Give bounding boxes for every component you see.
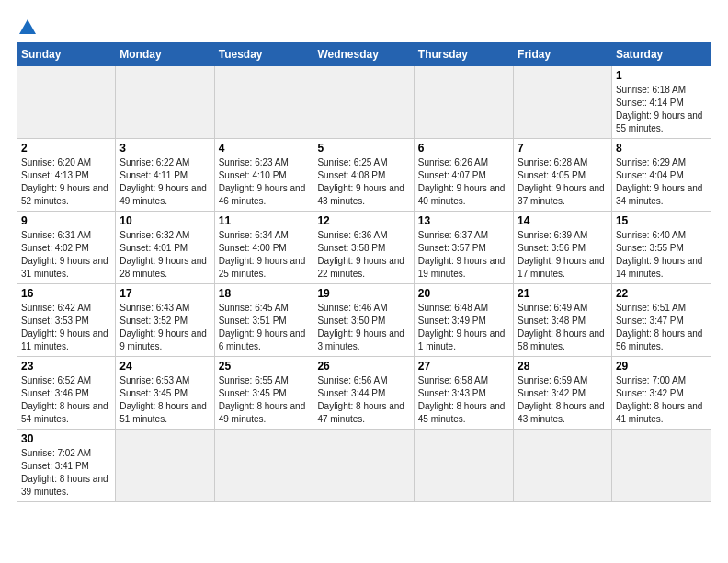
day-info: Sunrise: 6:48 AM Sunset: 3:49 PM Dayligh… [418, 302, 509, 353]
calendar-header-saturday: Saturday [611, 43, 711, 66]
calendar-cell [313, 430, 414, 502]
day-number: 8 [616, 142, 707, 155]
day-number: 15 [616, 214, 707, 227]
day-info: Sunrise: 6:26 AM Sunset: 4:07 PM Dayligh… [418, 156, 509, 208]
day-number: 1 [616, 69, 707, 82]
day-info: Sunrise: 6:18 AM Sunset: 4:14 PM Dayligh… [616, 84, 707, 135]
day-number: 14 [518, 214, 608, 227]
calendar-cell: 2Sunrise: 6:20 AM Sunset: 4:13 PM Daylig… [17, 139, 116, 212]
day-number: 13 [418, 214, 509, 227]
day-info: Sunrise: 6:58 AM Sunset: 3:43 PM Dayligh… [418, 374, 509, 426]
calendar-cell [116, 66, 214, 139]
logo-triangle-icon [19, 19, 36, 34]
day-number: 20 [418, 287, 509, 300]
day-number: 9 [21, 214, 111, 227]
day-info: Sunrise: 6:55 AM Sunset: 3:45 PM Dayligh… [219, 374, 310, 426]
calendar-cell [414, 66, 513, 139]
day-info: Sunrise: 6:56 AM Sunset: 3:44 PM Dayligh… [317, 374, 409, 426]
calendar-week-1: 2Sunrise: 6:20 AM Sunset: 4:13 PM Daylig… [17, 139, 711, 212]
calendar-cell: 12Sunrise: 6:36 AM Sunset: 3:58 PM Dayli… [313, 212, 414, 284]
calendar-week-5: 30Sunrise: 7:02 AM Sunset: 3:41 PM Dayli… [17, 430, 711, 502]
day-number: 17 [119, 287, 210, 300]
calendar-cell [214, 430, 313, 502]
calendar-cell: 19Sunrise: 6:46 AM Sunset: 3:50 PM Dayli… [313, 284, 414, 357]
calendar-cell: 17Sunrise: 6:43 AM Sunset: 3:52 PM Dayli… [116, 284, 214, 357]
day-number: 22 [616, 287, 707, 300]
day-info: Sunrise: 7:02 AM Sunset: 3:41 PM Dayligh… [21, 447, 111, 499]
day-info: Sunrise: 6:34 AM Sunset: 4:00 PM Dayligh… [219, 229, 310, 281]
calendar-cell: 9Sunrise: 6:31 AM Sunset: 4:02 PM Daylig… [17, 212, 116, 284]
day-number: 25 [219, 360, 310, 373]
day-number: 16 [21, 287, 111, 300]
day-number: 23 [21, 360, 111, 373]
calendar-cell [313, 66, 414, 139]
day-number: 21 [518, 287, 608, 300]
calendar-cell: 11Sunrise: 6:34 AM Sunset: 4:00 PM Dayli… [214, 212, 313, 284]
day-number: 19 [317, 287, 409, 300]
calendar-cell: 13Sunrise: 6:37 AM Sunset: 3:57 PM Dayli… [414, 212, 513, 284]
day-info: Sunrise: 6:51 AM Sunset: 3:47 PM Dayligh… [616, 302, 707, 353]
day-number: 24 [119, 360, 210, 373]
day-info: Sunrise: 6:28 AM Sunset: 4:05 PM Dayligh… [518, 156, 608, 208]
day-number: 3 [119, 142, 210, 155]
day-info: Sunrise: 6:23 AM Sunset: 4:10 PM Dayligh… [219, 156, 310, 208]
calendar-week-0: 1Sunrise: 6:18 AM Sunset: 4:14 PM Daylig… [17, 66, 711, 139]
day-info: Sunrise: 6:36 AM Sunset: 3:58 PM Dayligh… [317, 229, 409, 281]
day-info: Sunrise: 6:43 AM Sunset: 3:52 PM Dayligh… [119, 302, 210, 353]
calendar-week-3: 16Sunrise: 6:42 AM Sunset: 3:53 PM Dayli… [17, 284, 711, 357]
calendar-header-wednesday: Wednesday [313, 43, 414, 66]
calendar-cell: 18Sunrise: 6:45 AM Sunset: 3:51 PM Dayli… [214, 284, 313, 357]
day-number: 6 [418, 142, 509, 155]
calendar-cell: 20Sunrise: 6:48 AM Sunset: 3:49 PM Dayli… [414, 284, 513, 357]
day-info: Sunrise: 6:31 AM Sunset: 4:02 PM Dayligh… [21, 229, 111, 281]
day-info: Sunrise: 6:45 AM Sunset: 3:51 PM Dayligh… [219, 302, 310, 353]
calendar-cell: 22Sunrise: 6:51 AM Sunset: 3:47 PM Dayli… [611, 284, 711, 357]
day-info: Sunrise: 6:32 AM Sunset: 4:01 PM Dayligh… [119, 229, 210, 281]
calendar-cell: 10Sunrise: 6:32 AM Sunset: 4:01 PM Dayli… [116, 212, 214, 284]
day-number: 10 [119, 214, 210, 227]
day-number: 26 [317, 360, 409, 373]
calendar-header-sunday: Sunday [17, 43, 116, 66]
day-number: 18 [219, 287, 310, 300]
day-number: 30 [21, 432, 111, 445]
day-number: 7 [518, 142, 608, 155]
day-info: Sunrise: 6:22 AM Sunset: 4:11 PM Dayligh… [119, 156, 210, 208]
calendar-cell: 5Sunrise: 6:25 AM Sunset: 4:08 PM Daylig… [313, 139, 414, 212]
calendar-cell [116, 430, 214, 502]
calendar-cell: 28Sunrise: 6:59 AM Sunset: 3:42 PM Dayli… [514, 357, 612, 430]
calendar-week-4: 23Sunrise: 6:52 AM Sunset: 3:46 PM Dayli… [17, 357, 711, 430]
day-info: Sunrise: 6:53 AM Sunset: 3:45 PM Dayligh… [119, 374, 210, 426]
calendar-cell: 16Sunrise: 6:42 AM Sunset: 3:53 PM Dayli… [17, 284, 116, 357]
calendar-header-tuesday: Tuesday [214, 43, 313, 66]
day-number: 5 [317, 142, 409, 155]
day-info: Sunrise: 6:20 AM Sunset: 4:13 PM Dayligh… [21, 156, 111, 208]
calendar-header-monday: Monday [116, 43, 214, 66]
calendar-cell: 25Sunrise: 6:55 AM Sunset: 3:45 PM Dayli… [214, 357, 313, 430]
day-number: 28 [518, 360, 608, 373]
calendar-cell: 15Sunrise: 6:40 AM Sunset: 3:55 PM Dayli… [611, 212, 711, 284]
day-info: Sunrise: 6:49 AM Sunset: 3:48 PM Dayligh… [518, 302, 608, 353]
calendar-cell: 4Sunrise: 6:23 AM Sunset: 4:10 PM Daylig… [214, 139, 313, 212]
calendar-cell: 30Sunrise: 7:02 AM Sunset: 3:41 PM Dayli… [17, 430, 116, 502]
calendar-cell: 1Sunrise: 6:18 AM Sunset: 4:14 PM Daylig… [611, 66, 711, 139]
calendar-cell [611, 430, 711, 502]
day-number: 2 [21, 142, 111, 155]
header [17, 17, 711, 35]
calendar-week-2: 9Sunrise: 6:31 AM Sunset: 4:02 PM Daylig… [17, 212, 711, 284]
day-number: 29 [616, 360, 707, 373]
calendar-cell: 3Sunrise: 6:22 AM Sunset: 4:11 PM Daylig… [116, 139, 214, 212]
calendar-cell [514, 430, 612, 502]
day-info: Sunrise: 6:39 AM Sunset: 3:56 PM Dayligh… [518, 229, 608, 281]
page: SundayMondayTuesdayWednesdayThursdayFrid… [0, 0, 728, 511]
day-number: 11 [219, 214, 310, 227]
calendar-header-friday: Friday [514, 43, 612, 66]
day-info: Sunrise: 6:40 AM Sunset: 3:55 PM Dayligh… [616, 229, 707, 281]
calendar-cell: 24Sunrise: 6:53 AM Sunset: 3:45 PM Dayli… [116, 357, 214, 430]
day-info: Sunrise: 6:29 AM Sunset: 4:04 PM Dayligh… [616, 156, 707, 208]
calendar-cell: 29Sunrise: 7:00 AM Sunset: 3:42 PM Dayli… [611, 357, 711, 430]
day-info: Sunrise: 6:37 AM Sunset: 3:57 PM Dayligh… [418, 229, 509, 281]
calendar-cell: 8Sunrise: 6:29 AM Sunset: 4:04 PM Daylig… [611, 139, 711, 212]
calendar-cell: 7Sunrise: 6:28 AM Sunset: 4:05 PM Daylig… [514, 139, 612, 212]
calendar-cell: 14Sunrise: 6:39 AM Sunset: 3:56 PM Dayli… [514, 212, 612, 284]
day-info: Sunrise: 6:25 AM Sunset: 4:08 PM Dayligh… [317, 156, 409, 208]
